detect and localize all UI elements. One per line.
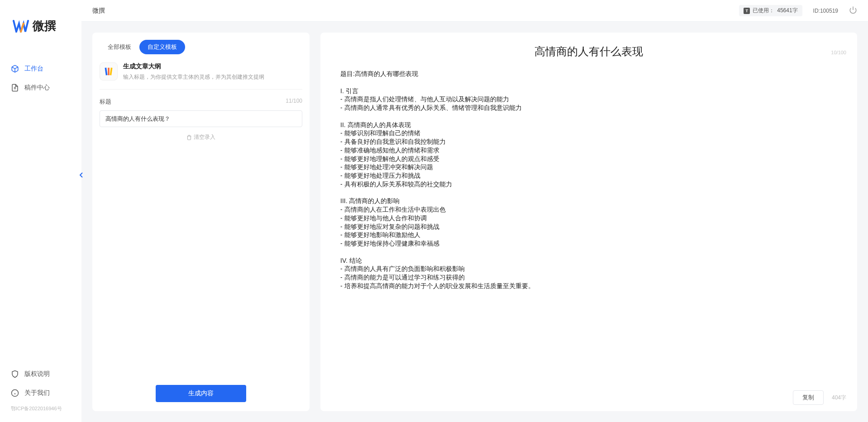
template-card: 生成文章大纲 输入标题，为你提供文章主体的灵感，并为其创建推文提纲 bbox=[92, 54, 310, 89]
output-word-count: 404字 bbox=[832, 394, 846, 402]
form-section: 标题 11/100 清空录入 bbox=[92, 90, 310, 149]
user-id: ID:100519 bbox=[813, 8, 838, 14]
title-char-count: 11/100 bbox=[286, 98, 302, 106]
app-logo[interactable]: 微撰 bbox=[0, 0, 81, 50]
input-panel-footer: 生成内容 bbox=[92, 376, 310, 411]
sidebar-item-label: 工作台 bbox=[24, 65, 43, 73]
tab-custom-templates[interactable]: 自定义模板 bbox=[139, 40, 185, 54]
template-desc: 输入标题，为你提供文章主体的灵感，并为其创建推文提纲 bbox=[123, 73, 264, 81]
logo-icon bbox=[13, 20, 29, 33]
page-title: 微撰 bbox=[92, 7, 105, 15]
text-icon: T bbox=[744, 8, 750, 14]
books-icon bbox=[104, 66, 114, 76]
tab-all-templates[interactable]: 全部模板 bbox=[100, 40, 139, 54]
document-icon bbox=[11, 84, 19, 92]
sidebar-item-label: 关于我们 bbox=[24, 389, 50, 397]
power-button[interactable] bbox=[849, 6, 857, 16]
output-panel-footer: 复制 404字 bbox=[320, 384, 857, 411]
main: 微撰 T 已使用： 45641字 ID:100519 全部模板 自定义模板 bbox=[81, 0, 868, 422]
sidebar-item-about[interactable]: 关于我们 bbox=[0, 384, 81, 403]
sidebar: 微撰 工作台 稿件中心 版权说明 关于我们 鄂ICP备202201 bbox=[0, 0, 81, 422]
output-header: 高情商的人有什么表现 10/100 bbox=[320, 33, 857, 63]
topbar: 微撰 T 已使用： 45641字 ID:100519 bbox=[81, 0, 868, 22]
title-input[interactable] bbox=[100, 110, 302, 127]
shield-icon bbox=[11, 370, 19, 378]
title-label: 标题 bbox=[100, 98, 111, 106]
svg-rect-8 bbox=[108, 68, 110, 76]
icp-link[interactable]: 鄂ICP备2022016946号 bbox=[0, 403, 81, 415]
sidebar-collapse-button[interactable] bbox=[78, 170, 85, 180]
sidebar-item-copyright[interactable]: 版权说明 bbox=[0, 365, 81, 384]
output-panel: 高情商的人有什么表现 10/100 题目:高情商的人有哪些表现 I. 引言 - … bbox=[320, 33, 857, 411]
cube-icon bbox=[11, 65, 19, 73]
usage-value: 45641字 bbox=[777, 7, 797, 14]
chevron-left-icon bbox=[79, 172, 84, 178]
logo-text: 微撰 bbox=[33, 18, 56, 34]
nav-menu: 工作台 稿件中心 bbox=[0, 50, 81, 357]
template-icon bbox=[100, 62, 118, 81]
power-icon bbox=[849, 6, 857, 14]
output-title: 高情商的人有什么表现 bbox=[331, 44, 846, 59]
clear-input-button[interactable]: 清空录入 bbox=[100, 133, 302, 141]
input-panel: 全部模板 自定义模板 生成文章大纲 输入标题，为你提供文章主体的灵感，并为其创建… bbox=[92, 33, 310, 411]
template-tabs: 全部模板 自定义模板 bbox=[92, 33, 310, 54]
nav-bottom: 版权说明 关于我们 鄂ICP备2022016946号 bbox=[0, 357, 81, 422]
svg-rect-7 bbox=[105, 68, 108, 76]
sidebar-item-workspace[interactable]: 工作台 bbox=[0, 59, 81, 78]
template-info: 生成文章大纲 输入标题，为你提供文章主体的灵感，并为其创建推文提纲 bbox=[123, 62, 264, 81]
trash-icon bbox=[186, 135, 192, 140]
copy-button[interactable]: 复制 bbox=[793, 390, 824, 405]
clear-label: 清空录入 bbox=[194, 133, 215, 141]
output-title-count: 10/100 bbox=[831, 50, 846, 55]
output-body[interactable]: 题目:高情商的人有哪些表现 I. 引言 - 高情商是指人们处理情绪、与他人互动以… bbox=[320, 63, 857, 384]
info-icon bbox=[11, 389, 19, 397]
sidebar-item-drafts[interactable]: 稿件中心 bbox=[0, 78, 81, 97]
sidebar-item-label: 版权说明 bbox=[24, 370, 50, 378]
content-wrap: 全部模板 自定义模板 生成文章大纲 输入标题，为你提供文章主体的灵感，并为其创建… bbox=[81, 22, 868, 422]
generate-button[interactable]: 生成内容 bbox=[156, 385, 246, 402]
usage-badge[interactable]: T 已使用： 45641字 bbox=[739, 5, 802, 16]
sidebar-item-label: 稿件中心 bbox=[24, 84, 50, 92]
template-name: 生成文章大纲 bbox=[123, 62, 264, 71]
topbar-right: T 已使用： 45641字 ID:100519 bbox=[739, 5, 857, 16]
usage-label: 已使用： bbox=[753, 7, 774, 14]
svg-rect-9 bbox=[110, 68, 113, 76]
